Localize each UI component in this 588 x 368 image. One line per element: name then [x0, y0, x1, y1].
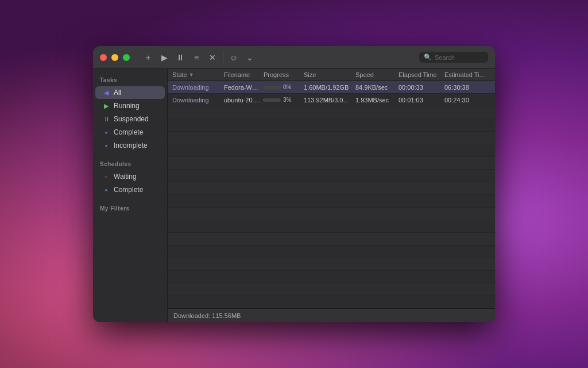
- empty-row: [168, 132, 495, 144]
- row-progress: 3%: [264, 97, 304, 103]
- search-icon: 🔍: [424, 53, 432, 61]
- empty-row: [168, 271, 495, 283]
- status-bar: Downloaded: 115.56MB: [168, 308, 495, 322]
- col-elapsed[interactable]: Elapsed Time: [399, 71, 444, 78]
- row-state: Downloading: [172, 97, 224, 103]
- toolbar: + ▶ ⏸ ≡ ✕ ☺ ⌄ 🔍: [141, 51, 488, 64]
- play-button[interactable]: ▶: [157, 51, 171, 64]
- sidebar-item-all[interactable]: ◀ All: [95, 86, 165, 99]
- zoom-button[interactable]: [123, 54, 130, 61]
- sidebar-item-incomplete-label: Incomplete: [114, 141, 148, 150]
- running-icon: ▶: [102, 102, 110, 110]
- tasks-section-label: Tasks: [93, 75, 167, 86]
- sidebar: Tasks ◀ All ▶ Running ⏸ Suspended ● Comp…: [93, 69, 168, 322]
- sidebar-item-waiting[interactable]: ○ Waiting: [95, 170, 165, 183]
- sidebar-item-incomplete[interactable]: ● Incomplete: [95, 139, 165, 152]
- face-button[interactable]: ☺: [227, 51, 241, 64]
- pause-button[interactable]: ⏸: [173, 51, 187, 64]
- col-speed[interactable]: Speed: [355, 71, 399, 78]
- row-state: Downloading: [172, 84, 224, 91]
- table-row[interactable]: Downloading Fedora-Workstation-Live-aarc…: [168, 81, 495, 94]
- sidebar-item-suspended-label: Suspended: [114, 115, 149, 123]
- status-text: Downloaded: 115.56MB: [173, 312, 241, 319]
- empty-row: [168, 106, 495, 119]
- list-button[interactable]: ≡: [189, 51, 203, 64]
- empty-row: [168, 208, 495, 220]
- suspended-icon: ⏸: [102, 116, 110, 122]
- empty-row: [168, 170, 495, 182]
- sidebar-item-complete-sched-label: Complete: [114, 186, 143, 194]
- row-speed: 84.9KB/sec: [355, 84, 399, 91]
- complete-sched-icon: ●: [102, 187, 110, 193]
- sidebar-item-complete-label: Complete: [114, 128, 143, 136]
- empty-row: [168, 258, 495, 271]
- col-size[interactable]: Size: [304, 71, 355, 78]
- empty-row: [168, 220, 495, 233]
- col-state[interactable]: State ▼: [172, 71, 224, 78]
- empty-row: [168, 283, 495, 296]
- progress-bar-fill: [264, 98, 264, 102]
- rows-container[interactable]: Downloading Fedora-Workstation-Live-aarc…: [168, 81, 495, 308]
- toolbar-separator: [223, 52, 223, 63]
- row-filename: Fedora-Workstation-Live-aarch64-34-1.2.i…: [224, 84, 264, 91]
- stop-button[interactable]: ✕: [206, 51, 219, 64]
- search-box[interactable]: 🔍: [419, 52, 488, 63]
- row-elapsed: 00:00:33: [399, 84, 444, 91]
- col-estimated[interactable]: Estimated Ti...: [444, 71, 490, 78]
- col-filename[interactable]: Filename: [224, 71, 264, 78]
- col-progress[interactable]: Progress: [264, 71, 304, 78]
- row-estimated: 06:30:38: [444, 84, 490, 91]
- search-input[interactable]: [435, 54, 481, 61]
- progress-text: 0%: [283, 84, 291, 90]
- empty-row: [168, 246, 495, 258]
- content-area: Tasks ◀ All ▶ Running ⏸ Suspended ● Comp…: [93, 69, 495, 322]
- complete-icon: ●: [102, 130, 110, 135]
- table-row[interactable]: Downloading ubuntu-20.04.3-desktop-amd64…: [168, 94, 495, 106]
- empty-row: [168, 182, 495, 195]
- main-window: + ▶ ⏸ ≡ ✕ ☺ ⌄ 🔍 Tasks ◀ All ▶ Running: [93, 46, 495, 322]
- row-speed: 1.93MB/sec: [355, 97, 399, 103]
- empty-row: [168, 195, 495, 208]
- row-elapsed: 00:01:03: [399, 97, 444, 103]
- sidebar-item-suspended[interactable]: ⏸ Suspended: [95, 113, 165, 125]
- empty-row: [168, 157, 495, 170]
- progress-text: 3%: [283, 97, 291, 103]
- minimize-button[interactable]: [111, 54, 118, 61]
- incomplete-icon: ●: [102, 143, 110, 148]
- all-icon: ◀: [102, 89, 110, 97]
- row-estimated: 00:24:30: [444, 97, 490, 103]
- empty-row: [168, 296, 495, 308]
- sidebar-item-complete[interactable]: ● Complete: [95, 126, 165, 139]
- sidebar-item-complete-sched[interactable]: ● Complete: [95, 183, 165, 196]
- empty-row: [168, 233, 495, 246]
- progress-bar: [264, 86, 281, 89]
- main-panel: State ▼ Filename Progress Size Speed Ela…: [168, 69, 495, 322]
- row-progress: 0%: [264, 84, 304, 90]
- progress-bar: [264, 98, 281, 102]
- my-filters-label: My Filters: [93, 203, 167, 214]
- column-headers: State ▼ Filename Progress Size Speed Ela…: [168, 69, 495, 81]
- title-bar: + ▶ ⏸ ≡ ✕ ☺ ⌄ 🔍: [93, 46, 495, 69]
- sidebar-item-waiting-label: Waiting: [114, 172, 137, 181]
- row-size: 1.60MB/1.92GB: [304, 84, 355, 91]
- sidebar-item-running[interactable]: ▶ Running: [95, 99, 165, 112]
- sort-arrow-icon: ▼: [189, 72, 194, 78]
- close-button[interactable]: [100, 54, 107, 61]
- add-button[interactable]: +: [141, 51, 155, 64]
- sidebar-item-all-label: All: [114, 89, 121, 97]
- empty-row: [168, 144, 495, 157]
- schedules-section-label: Schedules: [93, 159, 167, 170]
- empty-row: [168, 119, 495, 132]
- sidebar-item-running-label: Running: [114, 102, 140, 110]
- row-filename: ubuntu-20.04.3-desktop-amd64.iso: [224, 97, 264, 103]
- row-size: 113.92MB/3.0...: [304, 97, 355, 103]
- chevron-button[interactable]: ⌄: [243, 51, 257, 64]
- waiting-icon: ○: [102, 174, 110, 179]
